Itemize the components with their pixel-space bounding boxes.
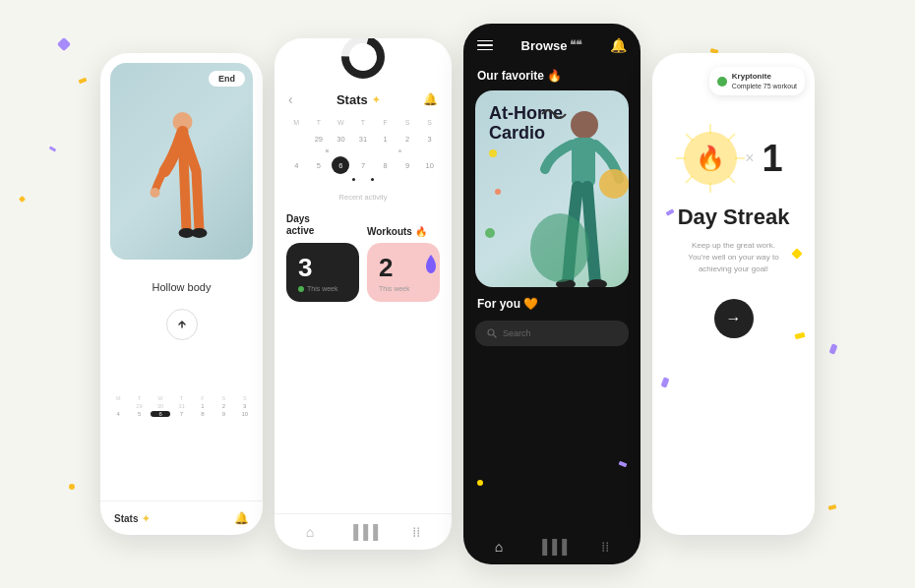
- donut-chart-decoration: [339, 38, 387, 85]
- stats-calendar: M T W T F S S 29 30 31 1 2 3: [274, 113, 452, 189]
- up-arrow-button[interactable]: [166, 309, 198, 340]
- streak-description: Keep up the great work.You're well on yo…: [688, 240, 778, 275]
- days-card: 3 This week: [286, 243, 359, 302]
- screens-container: End Hollow body: [0, 0, 915, 588]
- screen3-confetti-1: [477, 480, 483, 486]
- stats-nav-dark[interactable]: ▐▐▐: [537, 539, 567, 555]
- search-bar[interactable]: Search: [475, 321, 629, 346]
- svg-point-9: [599, 169, 629, 199]
- svg-point-3: [150, 188, 159, 198]
- green-dot: [298, 286, 304, 292]
- decoration-dot-orange: [495, 189, 501, 195]
- quote-marks: ❝❝: [570, 38, 581, 52]
- svg-point-13: [488, 329, 494, 335]
- end-button[interactable]: End: [209, 71, 245, 87]
- recent-activity-label: Recent activity: [274, 189, 452, 206]
- screen3-browse: Browse ❝❝ 🔔 Our favorite 🔥 At-HomeCardio: [463, 24, 640, 564]
- workouts-this-week: This week: [379, 285, 428, 292]
- decoration-dot-yellow: [489, 149, 497, 157]
- browse-bell-icon[interactable]: 🔔: [610, 37, 627, 53]
- streak-count: 1: [762, 138, 783, 180]
- svg-point-6: [353, 47, 373, 67]
- bell-icon-stats[interactable]: 🔔: [423, 92, 438, 106]
- home-nav-dark[interactable]: ⌂: [495, 539, 503, 555]
- cal-header: M: [108, 395, 128, 401]
- screen2-nav: ⌂ ▐▐▐ ⁞⁞: [274, 513, 452, 550]
- continue-button[interactable]: →: [714, 299, 754, 338]
- workout-card[interactable]: At-HomeCardio: [475, 90, 629, 287]
- screen1-content: Hollow body: [100, 269, 263, 395]
- svg-line-19: [728, 176, 735, 183]
- menu-nav-dark[interactable]: ⁞⁞: [601, 539, 609, 555]
- our-favorite-label: Our favorite 🔥: [463, 61, 640, 90]
- days-active-label: Daysactive: [286, 213, 359, 237]
- workouts-count: 2: [379, 253, 428, 283]
- home-nav-icon[interactable]: ⌂: [306, 524, 314, 540]
- for-you-label: For you 🧡: [463, 287, 640, 321]
- svg-line-18: [686, 134, 693, 141]
- svg-point-12: [530, 213, 589, 282]
- streak-confetti-2: [791, 248, 802, 259]
- screen3-confetti-2: [619, 461, 628, 467]
- stats-label: Stats ✦: [114, 513, 150, 524]
- day-streak-title: Day Streak: [678, 205, 790, 230]
- streak-confetti-4: [795, 332, 806, 339]
- svg-line-21: [686, 176, 693, 183]
- days-count: 3: [298, 253, 347, 283]
- streak-confetti-1: [666, 208, 675, 215]
- svg-line-20: [728, 134, 735, 141]
- svg-point-2: [191, 228, 207, 238]
- days-this-week: This week: [298, 285, 347, 292]
- svg-point-7: [571, 111, 598, 139]
- hamburger-icon[interactable]: [477, 40, 493, 51]
- stats-title: Stats ✦: [336, 92, 380, 107]
- workouts-label: Workouts 🔥: [367, 226, 440, 237]
- achievement-badge: Kryptonite Complete 75 workout: [709, 67, 805, 95]
- screen3-nav: ⌂ ▐▐▐ ⁞⁞: [463, 529, 640, 564]
- sparkle-icon: ✦: [142, 513, 150, 524]
- workout-image-area: End: [110, 63, 253, 260]
- streak-confetti-3: [660, 377, 669, 387]
- days-active-section: Daysactive 3 This week: [286, 213, 359, 302]
- flame-decoration: [424, 255, 438, 278]
- achievement-text: Kryptonite Complete 75 workout: [732, 72, 797, 90]
- screen2-stats: ‹ Stats ✦ 🔔 M T W T F S S 29 30 31: [274, 38, 452, 550]
- screen1-workout: End Hollow body: [100, 53, 263, 535]
- screen4-streak: Kryptonite Complete 75 workout: [652, 53, 815, 535]
- back-button[interactable]: ‹: [288, 91, 293, 107]
- decoration-dot-green: [485, 228, 495, 238]
- achievement-green-dot: [717, 77, 727, 87]
- stats-sparkle-icon: ✦: [372, 94, 380, 105]
- bell-icon[interactable]: 🔔: [234, 511, 249, 525]
- stats-nav-icon[interactable]: ▐▐▐: [348, 524, 378, 540]
- browse-title: Browse ❝❝: [521, 38, 582, 53]
- screen3-header: Browse ❝❝ 🔔: [463, 24, 640, 61]
- streak-flame-area: 🔥: [684, 132, 737, 185]
- workout-title: Hollow body: [152, 281, 212, 293]
- menu-nav-icon[interactable]: ⁞⁞: [412, 524, 420, 540]
- streak-visual: 🔥 × 1: [684, 132, 782, 185]
- screen1-bottom-nav: Stats ✦ 🔔: [100, 500, 263, 535]
- search-placeholder: Search: [503, 328, 531, 338]
